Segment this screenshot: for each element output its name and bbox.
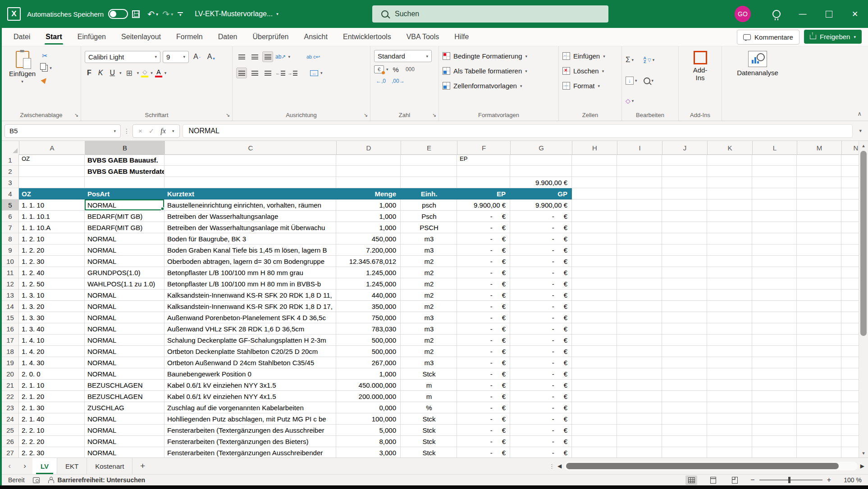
cell-E11[interactable]: m2 <box>401 267 457 278</box>
cell-M21[interactable] <box>797 380 841 391</box>
cell-D1[interactable] <box>336 154 401 166</box>
cell-L10[interactable] <box>752 256 797 267</box>
cell-K19[interactable] <box>707 357 752 368</box>
zoom-out-button[interactable]: − <box>750 476 754 484</box>
cell-D4[interactable]: Menge <box>336 188 401 199</box>
cell-J24[interactable] <box>662 413 707 425</box>
cell-F6[interactable]: - € <box>457 211 510 222</box>
cell-E13[interactable]: m2 <box>401 290 457 301</box>
cell-D25[interactable]: 5,000 <box>336 425 401 436</box>
cell-F11[interactable]: - € <box>457 267 510 278</box>
cell-I16[interactable] <box>617 323 662 335</box>
row-header-7[interactable]: 7 <box>2 222 19 233</box>
cell-A18[interactable]: 1. 4. 20 <box>19 346 85 357</box>
cell-K22[interactable] <box>707 391 752 402</box>
cell-D21[interactable]: 450.000,000 <box>336 380 401 391</box>
cell-G21[interactable]: - € <box>510 380 572 391</box>
cell-J6[interactable] <box>662 211 707 222</box>
cell-I1[interactable] <box>617 154 662 166</box>
cell-J21[interactable] <box>662 380 707 391</box>
cell-J12[interactable] <box>662 278 707 290</box>
cell-A25[interactable]: 2. 2. 10 <box>19 425 85 436</box>
cell-G8[interactable]: - € <box>510 233 572 244</box>
cell-F5[interactable]: 9.900,00 € <box>457 199 510 211</box>
cell-H5[interactable] <box>572 199 617 211</box>
cell-B11[interactable]: GRUNDPOS(1.0) <box>85 267 164 278</box>
cell-L20[interactable] <box>752 368 797 380</box>
decrease-decimal-button[interactable]: ,00→ <box>390 78 407 84</box>
delete-cells-button[interactable]: Löschen▾ <box>562 64 618 78</box>
cell-K21[interactable] <box>707 380 752 391</box>
column-header-C[interactable]: C <box>165 141 337 154</box>
cell-J16[interactable] <box>662 323 707 335</box>
cell-L24[interactable] <box>752 413 797 425</box>
cell-F8[interactable]: - € <box>457 233 510 244</box>
cell-H4[interactable] <box>572 188 617 199</box>
cell-E7[interactable]: PSCH <box>401 222 457 233</box>
cell-G13[interactable]: - € <box>510 290 572 301</box>
cell-M23[interactable] <box>797 402 841 413</box>
currency-chevron-icon[interactable]: ▾ <box>386 67 388 72</box>
cell-H15[interactable] <box>572 312 617 323</box>
cell-H9[interactable] <box>572 244 617 256</box>
cell-I23[interactable] <box>617 402 662 413</box>
cell-G3[interactable]: 9.900,00 € <box>510 177 572 188</box>
select-all-button[interactable] <box>2 141 19 154</box>
cell-G24[interactable]: - € <box>510 413 572 425</box>
cell-H17[interactable] <box>572 335 617 346</box>
cell-D18[interactable]: 500,000 <box>336 346 401 357</box>
cell-F27[interactable]: - € <box>457 447 510 457</box>
cell-I13[interactable] <box>617 290 662 301</box>
cell-B18[interactable]: NORMAL <box>85 346 164 357</box>
cell-H2[interactable] <box>572 166 617 177</box>
cell-F21[interactable]: - € <box>457 380 510 391</box>
cell-E15[interactable]: m3 <box>401 312 457 323</box>
cell-H22[interactable] <box>572 391 617 402</box>
cell-B16[interactable]: NORMAL <box>85 323 164 335</box>
cell-H14[interactable] <box>572 301 617 312</box>
cell-K1[interactable] <box>707 154 752 166</box>
cell-C4[interactable]: Kurztext <box>164 188 336 199</box>
cell-L2[interactable] <box>752 166 797 177</box>
cell-M3[interactable] <box>797 177 841 188</box>
cell-A13[interactable]: 1. 3. 10 <box>19 290 85 301</box>
page-layout-view-button[interactable] <box>707 475 719 485</box>
column-header-F[interactable]: F <box>457 141 511 154</box>
cell-F18[interactable]: - € <box>457 346 510 357</box>
bold-button[interactable]: F <box>85 69 94 77</box>
cell-C3[interactable] <box>164 177 336 188</box>
cell-D13[interactable]: 440,000 <box>336 290 401 301</box>
align-center-button[interactable] <box>249 68 260 78</box>
cell-C25[interactable]: Fensterarbeiten (Textergänzungen des Aus… <box>164 425 336 436</box>
cell-L1[interactable] <box>752 154 797 166</box>
cell-B19[interactable]: NORMAL <box>85 357 164 368</box>
cell-M15[interactable] <box>797 312 841 323</box>
cell-J19[interactable] <box>662 357 707 368</box>
column-header-J[interactable]: J <box>662 141 708 154</box>
cell-D27[interactable]: 3,000 <box>336 447 401 457</box>
cell-I8[interactable] <box>617 233 662 244</box>
cell-L18[interactable] <box>752 346 797 357</box>
tab-seitenlayout[interactable]: Seitenlayout <box>119 28 163 45</box>
cell-H1[interactable] <box>572 154 617 166</box>
sheet-tab-kostenart[interactable]: Kostenart <box>87 458 132 474</box>
copy-button[interactable]: ▾ <box>42 64 52 72</box>
previous-sheet-button[interactable]: ‹ <box>2 458 17 474</box>
tab-entwicklertools[interactable]: Entwicklertools <box>341 28 393 45</box>
tab-vba-tools[interactable]: VBA Tools <box>405 28 441 45</box>
cell-H8[interactable] <box>572 233 617 244</box>
confirm-entry-button[interactable]: ✓ <box>149 127 155 135</box>
cell-D7[interactable]: 1,000 <box>336 222 401 233</box>
cell-M6[interactable] <box>797 211 841 222</box>
underline-chevron-icon[interactable]: ▾ <box>119 71 122 75</box>
cell-J1[interactable] <box>662 154 707 166</box>
cell-E8[interactable]: m3 <box>401 233 457 244</box>
row-header-13[interactable]: 13 <box>2 290 19 301</box>
cell-C23[interactable]: Zuschlag auf die vorgenannten Kabelarbei… <box>164 402 336 413</box>
cell-K9[interactable] <box>707 244 752 256</box>
sheet-tab-lv[interactable]: LV <box>32 458 57 474</box>
cell-E10[interactable]: m2 <box>401 256 457 267</box>
cell-D3[interactable] <box>336 177 401 188</box>
row-header-21[interactable]: 21 <box>2 380 19 391</box>
cell-F9[interactable]: - € <box>457 244 510 256</box>
